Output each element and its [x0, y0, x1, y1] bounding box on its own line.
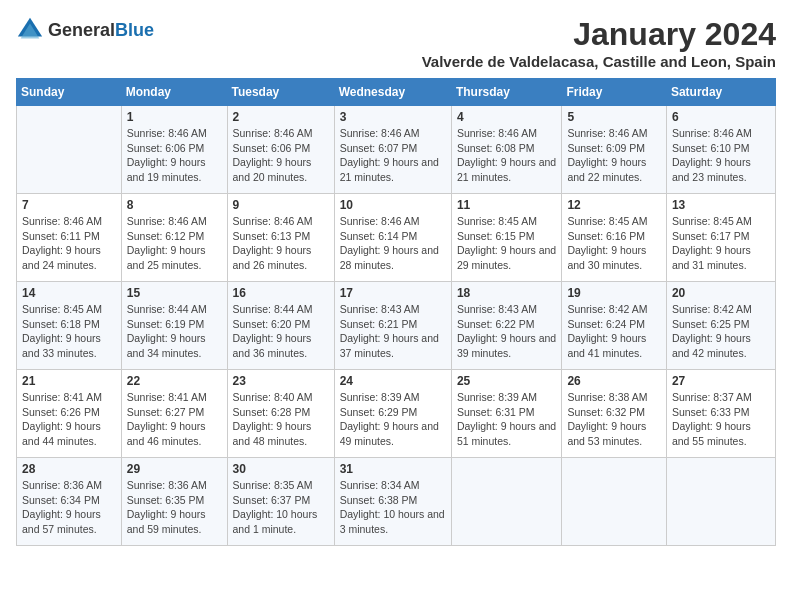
calendar-week-row: 1Sunrise: 8:46 AMSunset: 6:06 PMDaylight… [17, 106, 776, 194]
calendar-cell: 20Sunrise: 8:42 AMSunset: 6:25 PMDayligh… [666, 282, 775, 370]
weekday-header-saturday: Saturday [666, 79, 775, 106]
day-info: Sunrise: 8:39 AMSunset: 6:31 PMDaylight:… [457, 390, 557, 449]
calendar-cell: 4Sunrise: 8:46 AMSunset: 6:08 PMDaylight… [451, 106, 562, 194]
calendar-cell [451, 458, 562, 546]
calendar-cell: 9Sunrise: 8:46 AMSunset: 6:13 PMDaylight… [227, 194, 334, 282]
calendar-cell: 15Sunrise: 8:44 AMSunset: 6:19 PMDayligh… [121, 282, 227, 370]
day-number: 9 [233, 198, 329, 212]
calendar-cell [562, 458, 666, 546]
calendar-week-row: 14Sunrise: 8:45 AMSunset: 6:18 PMDayligh… [17, 282, 776, 370]
calendar-cell: 22Sunrise: 8:41 AMSunset: 6:27 PMDayligh… [121, 370, 227, 458]
weekday-header-row: SundayMondayTuesdayWednesdayThursdayFrid… [17, 79, 776, 106]
calendar-cell: 31Sunrise: 8:34 AMSunset: 6:38 PMDayligh… [334, 458, 451, 546]
day-number: 29 [127, 462, 222, 476]
day-info: Sunrise: 8:46 AMSunset: 6:07 PMDaylight:… [340, 126, 446, 185]
weekday-header-tuesday: Tuesday [227, 79, 334, 106]
day-info: Sunrise: 8:35 AMSunset: 6:37 PMDaylight:… [233, 478, 329, 537]
day-info: Sunrise: 8:41 AMSunset: 6:26 PMDaylight:… [22, 390, 116, 449]
calendar-cell: 14Sunrise: 8:45 AMSunset: 6:18 PMDayligh… [17, 282, 122, 370]
header: GeneralBlue January 2024 Valverde de Val… [16, 16, 776, 70]
day-number: 4 [457, 110, 557, 124]
day-info: Sunrise: 8:36 AMSunset: 6:34 PMDaylight:… [22, 478, 116, 537]
day-number: 21 [22, 374, 116, 388]
day-number: 10 [340, 198, 446, 212]
location-title: Valverde de Valdelacasa, Castille and Le… [422, 53, 776, 70]
day-number: 27 [672, 374, 770, 388]
day-info: Sunrise: 8:41 AMSunset: 6:27 PMDaylight:… [127, 390, 222, 449]
calendar-cell: 12Sunrise: 8:45 AMSunset: 6:16 PMDayligh… [562, 194, 666, 282]
day-number: 19 [567, 286, 660, 300]
day-info: Sunrise: 8:40 AMSunset: 6:28 PMDaylight:… [233, 390, 329, 449]
day-info: Sunrise: 8:43 AMSunset: 6:21 PMDaylight:… [340, 302, 446, 361]
calendar-cell: 24Sunrise: 8:39 AMSunset: 6:29 PMDayligh… [334, 370, 451, 458]
weekday-header-monday: Monday [121, 79, 227, 106]
day-number: 2 [233, 110, 329, 124]
calendar-cell: 18Sunrise: 8:43 AMSunset: 6:22 PMDayligh… [451, 282, 562, 370]
calendar-cell: 26Sunrise: 8:38 AMSunset: 6:32 PMDayligh… [562, 370, 666, 458]
day-number: 31 [340, 462, 446, 476]
calendar-cell: 17Sunrise: 8:43 AMSunset: 6:21 PMDayligh… [334, 282, 451, 370]
calendar-cell: 30Sunrise: 8:35 AMSunset: 6:37 PMDayligh… [227, 458, 334, 546]
day-info: Sunrise: 8:42 AMSunset: 6:25 PMDaylight:… [672, 302, 770, 361]
day-number: 22 [127, 374, 222, 388]
day-info: Sunrise: 8:44 AMSunset: 6:19 PMDaylight:… [127, 302, 222, 361]
day-info: Sunrise: 8:34 AMSunset: 6:38 PMDaylight:… [340, 478, 446, 537]
day-info: Sunrise: 8:46 AMSunset: 6:11 PMDaylight:… [22, 214, 116, 273]
day-number: 5 [567, 110, 660, 124]
day-number: 16 [233, 286, 329, 300]
month-year-title: January 2024 [422, 16, 776, 53]
day-info: Sunrise: 8:46 AMSunset: 6:09 PMDaylight:… [567, 126, 660, 185]
day-info: Sunrise: 8:46 AMSunset: 6:06 PMDaylight:… [233, 126, 329, 185]
calendar-week-row: 21Sunrise: 8:41 AMSunset: 6:26 PMDayligh… [17, 370, 776, 458]
day-number: 24 [340, 374, 446, 388]
day-info: Sunrise: 8:36 AMSunset: 6:35 PMDaylight:… [127, 478, 222, 537]
day-info: Sunrise: 8:46 AMSunset: 6:06 PMDaylight:… [127, 126, 222, 185]
day-info: Sunrise: 8:42 AMSunset: 6:24 PMDaylight:… [567, 302, 660, 361]
day-number: 30 [233, 462, 329, 476]
logo-icon [16, 16, 44, 44]
logo: GeneralBlue [16, 16, 154, 44]
day-number: 3 [340, 110, 446, 124]
calendar-cell [666, 458, 775, 546]
weekday-header-thursday: Thursday [451, 79, 562, 106]
calendar-cell [17, 106, 122, 194]
calendar-cell: 2Sunrise: 8:46 AMSunset: 6:06 PMDaylight… [227, 106, 334, 194]
day-number: 18 [457, 286, 557, 300]
day-info: Sunrise: 8:43 AMSunset: 6:22 PMDaylight:… [457, 302, 557, 361]
day-info: Sunrise: 8:45 AMSunset: 6:15 PMDaylight:… [457, 214, 557, 273]
day-info: Sunrise: 8:45 AMSunset: 6:16 PMDaylight:… [567, 214, 660, 273]
calendar-cell: 16Sunrise: 8:44 AMSunset: 6:20 PMDayligh… [227, 282, 334, 370]
day-info: Sunrise: 8:45 AMSunset: 6:17 PMDaylight:… [672, 214, 770, 273]
calendar-cell: 13Sunrise: 8:45 AMSunset: 6:17 PMDayligh… [666, 194, 775, 282]
day-info: Sunrise: 8:46 AMSunset: 6:13 PMDaylight:… [233, 214, 329, 273]
day-number: 17 [340, 286, 446, 300]
day-number: 15 [127, 286, 222, 300]
calendar-cell: 27Sunrise: 8:37 AMSunset: 6:33 PMDayligh… [666, 370, 775, 458]
calendar-cell: 3Sunrise: 8:46 AMSunset: 6:07 PMDaylight… [334, 106, 451, 194]
weekday-header-wednesday: Wednesday [334, 79, 451, 106]
day-info: Sunrise: 8:46 AMSunset: 6:12 PMDaylight:… [127, 214, 222, 273]
day-number: 11 [457, 198, 557, 212]
day-info: Sunrise: 8:38 AMSunset: 6:32 PMDaylight:… [567, 390, 660, 449]
calendar-cell: 11Sunrise: 8:45 AMSunset: 6:15 PMDayligh… [451, 194, 562, 282]
calendar-cell: 25Sunrise: 8:39 AMSunset: 6:31 PMDayligh… [451, 370, 562, 458]
calendar-cell: 21Sunrise: 8:41 AMSunset: 6:26 PMDayligh… [17, 370, 122, 458]
day-number: 14 [22, 286, 116, 300]
day-number: 12 [567, 198, 660, 212]
day-number: 23 [233, 374, 329, 388]
day-info: Sunrise: 8:45 AMSunset: 6:18 PMDaylight:… [22, 302, 116, 361]
day-number: 13 [672, 198, 770, 212]
day-info: Sunrise: 8:46 AMSunset: 6:08 PMDaylight:… [457, 126, 557, 185]
day-info: Sunrise: 8:39 AMSunset: 6:29 PMDaylight:… [340, 390, 446, 449]
calendar-week-row: 7Sunrise: 8:46 AMSunset: 6:11 PMDaylight… [17, 194, 776, 282]
calendar-table: SundayMondayTuesdayWednesdayThursdayFrid… [16, 78, 776, 546]
day-number: 26 [567, 374, 660, 388]
weekday-header-friday: Friday [562, 79, 666, 106]
day-number: 6 [672, 110, 770, 124]
logo-text-blue: Blue [115, 20, 154, 40]
day-number: 8 [127, 198, 222, 212]
calendar-cell: 10Sunrise: 8:46 AMSunset: 6:14 PMDayligh… [334, 194, 451, 282]
weekday-header-sunday: Sunday [17, 79, 122, 106]
calendar-cell: 7Sunrise: 8:46 AMSunset: 6:11 PMDaylight… [17, 194, 122, 282]
calendar-cell: 19Sunrise: 8:42 AMSunset: 6:24 PMDayligh… [562, 282, 666, 370]
